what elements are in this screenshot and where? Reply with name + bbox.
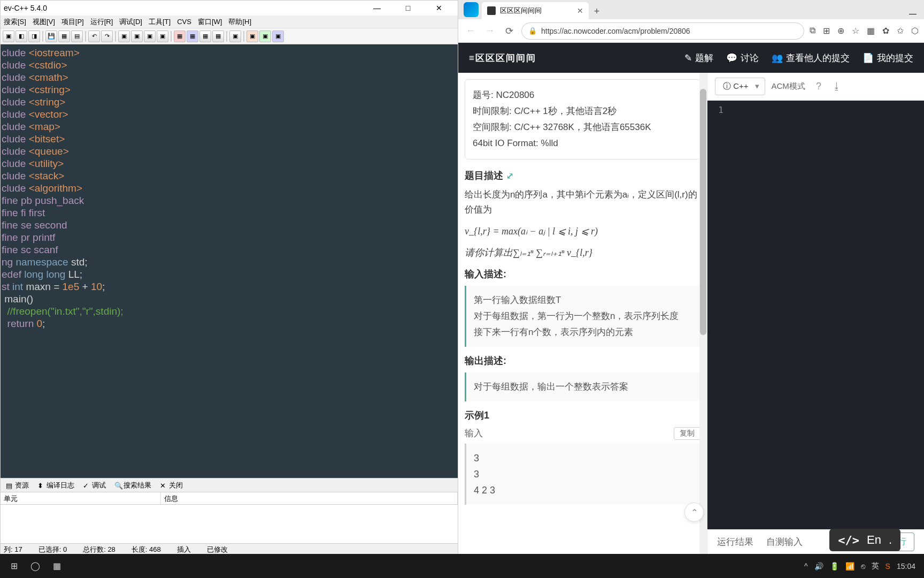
tool-icon[interactable]: ▣ bbox=[272, 31, 284, 42]
nav-mine[interactable]: 📄 我的提交 bbox=[863, 52, 913, 64]
grid-body[interactable] bbox=[1, 505, 458, 543]
browser-tab[interactable]: 区区区间间间 ✕ bbox=[482, 2, 589, 19]
menu-item[interactable]: 帮助[H] bbox=[228, 17, 251, 27]
forward-icon[interactable]: → bbox=[483, 24, 497, 38]
nav-solution[interactable]: ✎ 题解 bbox=[684, 52, 713, 64]
menu-item[interactable]: 调试[D] bbox=[119, 17, 142, 27]
tool-icon[interactable]: ▦ bbox=[199, 31, 211, 42]
back-icon[interactable]: ← bbox=[464, 24, 478, 38]
scrollbar[interactable] bbox=[699, 73, 707, 554]
tool-icon[interactable]: ▣ bbox=[229, 31, 241, 42]
close-button[interactable]: ✕ bbox=[428, 2, 450, 14]
tool-icon[interactable]: ▦ bbox=[212, 31, 224, 42]
expand-icon[interactable]: ⤢ bbox=[506, 171, 513, 181]
menu-item[interactable]: CVS bbox=[177, 18, 191, 26]
code-column: ⓘ C++ ACM模式 ? ⭳ 1 运行结果 自测输入 ▷ 自测运行 bbox=[707, 73, 924, 554]
titlebar[interactable]: ev-C++ 5.4.0 — □ ✕ bbox=[1, 1, 458, 16]
favorites-bar-icon[interactable]: ✩ bbox=[897, 26, 904, 36]
download-icon[interactable]: ⭳ bbox=[832, 81, 842, 92]
formula: v_{l,r} = max(aᵢ − aⱼ | l ⩽ i, j ⩽ r) bbox=[465, 224, 700, 239]
nav-brand[interactable]: ≡区区区间间间 bbox=[469, 52, 536, 64]
undo-icon[interactable]: ↶ bbox=[88, 31, 100, 42]
scrollbar-thumb[interactable] bbox=[700, 89, 706, 335]
tray-icon[interactable]: ^ bbox=[804, 562, 808, 571]
extension-icon[interactable]: ✿ bbox=[882, 26, 889, 36]
tray-icon[interactable]: ⎋ bbox=[861, 562, 865, 571]
online-editor[interactable]: 1 bbox=[707, 101, 924, 529]
url-input[interactable]: 🔒 https://ac.nowcoder.com/acm/problem/20… bbox=[521, 22, 804, 40]
tab-result[interactable]: 运行结果 bbox=[717, 536, 753, 548]
ime-lang: En bbox=[867, 533, 881, 547]
tool-icon[interactable]: ▦ bbox=[58, 31, 70, 42]
view-icon[interactable]: ⊞ bbox=[823, 26, 830, 36]
tool-icon[interactable]: ▤ bbox=[71, 31, 83, 42]
bottom-tab[interactable]: ⬍编译日志 bbox=[34, 480, 78, 491]
devcpp-window: ev-C++ 5.4.0 — □ ✕ 搜索[S]视图[V]项目[P]运行[R]调… bbox=[0, 0, 458, 554]
menu-item[interactable]: 窗口[W] bbox=[198, 17, 222, 27]
menu-item[interactable]: 搜索[S] bbox=[4, 17, 26, 27]
minimize-button[interactable]: — bbox=[366, 2, 388, 14]
collections-icon[interactable]: ▦ bbox=[867, 26, 875, 36]
section-output: 输出描述: bbox=[465, 354, 700, 367]
run-icon[interactable]: ▦ bbox=[187, 31, 198, 42]
col-info[interactable]: 信息 bbox=[161, 492, 458, 504]
menu-item[interactable]: 视图[V] bbox=[33, 17, 55, 27]
bottom-tab[interactable]: ▤资源 bbox=[3, 480, 32, 491]
grid-header: 单元 信息 bbox=[1, 492, 458, 505]
task-icon[interactable]: ◯ bbox=[25, 557, 46, 576]
tool-icon[interactable]: ▣ bbox=[3, 31, 14, 42]
menu-item[interactable]: 项目[P] bbox=[61, 17, 84, 27]
menu-item[interactable]: 工具[T] bbox=[149, 17, 171, 27]
section-input: 输入描述: bbox=[465, 268, 700, 280]
nav-others[interactable]: 👥 查看他人的提交 bbox=[772, 52, 850, 64]
col-unit[interactable]: 单元 bbox=[1, 492, 161, 504]
section-example: 示例1 bbox=[465, 409, 700, 422]
reader-icon[interactable]: ⧉ bbox=[810, 26, 815, 36]
start-icon[interactable]: ⊞ bbox=[3, 557, 25, 576]
new-tab-button[interactable]: + bbox=[589, 3, 605, 19]
compile-icon[interactable]: ▦ bbox=[174, 31, 186, 42]
bottom-tab[interactable]: ✓调试 bbox=[80, 480, 109, 491]
favorite-icon[interactable]: ☆ bbox=[852, 26, 859, 36]
task-icon[interactable]: ▦ bbox=[46, 557, 67, 576]
battery-icon[interactable]: 🔋 bbox=[830, 562, 839, 571]
app-icon[interactable]: ⬡ bbox=[911, 26, 919, 36]
refresh-icon[interactable]: ⟳ bbox=[502, 24, 516, 38]
tool-icon[interactable]: ◧ bbox=[16, 31, 27, 42]
bottom-tab[interactable]: 🔍搜索结果 bbox=[111, 480, 155, 491]
help-icon[interactable]: ? bbox=[816, 81, 821, 92]
wifi-icon[interactable]: 📶 bbox=[845, 562, 854, 571]
bottom-tab[interactable]: ✕关闭 bbox=[157, 480, 186, 491]
input-description: 第一行输入数据组数T对于每组数据，第一行为一个整数n，表示序列长度接下来一行有n… bbox=[465, 286, 700, 347]
ime-indicator[interactable]: </> En . bbox=[829, 529, 900, 551]
page-content: ≡区区区间间间 ✎ 题解 💬 讨论 👥 查看他人的提交 📄 我的提交 题号: N… bbox=[458, 43, 924, 554]
minimize-button[interactable]: — bbox=[902, 7, 924, 19]
tab-close-icon[interactable]: ✕ bbox=[577, 6, 583, 15]
nav-discuss[interactable]: 💬 讨论 bbox=[726, 52, 759, 64]
save-icon[interactable]: 💾 bbox=[45, 31, 57, 42]
tool-icon[interactable]: ▣ bbox=[157, 31, 168, 42]
menu-item[interactable]: 运行[R] bbox=[90, 17, 113, 27]
code-editor[interactable]: clude <iostream>clude <cstdio>clude <cma… bbox=[1, 44, 458, 478]
ime-lang-tray[interactable]: 英 bbox=[872, 561, 879, 571]
tool-icon[interactable]: ▣ bbox=[131, 31, 143, 42]
redo-icon[interactable]: ↷ bbox=[101, 31, 113, 42]
tool-icon[interactable]: ▣ bbox=[259, 31, 271, 42]
menubar: 搜索[S]视图[V]项目[P]运行[R]调试[D]工具[T]CVS窗口[W]帮助… bbox=[1, 16, 458, 28]
zoom-icon[interactable]: ⊕ bbox=[837, 26, 844, 36]
volume-icon[interactable]: 🔊 bbox=[814, 562, 823, 571]
maximize-button[interactable]: □ bbox=[397, 2, 419, 14]
tool-icon[interactable]: ◨ bbox=[28, 31, 40, 42]
sogou-icon[interactable]: S bbox=[886, 562, 890, 571]
scroll-top-button[interactable]: ⌃ bbox=[684, 503, 704, 522]
language-select[interactable]: ⓘ C++ bbox=[715, 78, 765, 95]
clock[interactable]: 15:04 bbox=[897, 562, 915, 571]
problem-column[interactable]: 题号: NC20806 时间限制: C/C++ 1秒，其他语言2秒 空间限制: … bbox=[458, 73, 707, 554]
tool-icon[interactable]: ▣ bbox=[118, 31, 130, 42]
copy-button[interactable]: 复制 bbox=[674, 427, 700, 440]
tab-selftest[interactable]: 自测输入 bbox=[766, 536, 803, 548]
tool-icon[interactable]: ▣ bbox=[144, 31, 156, 42]
meta-time: 时间限制: C/C++ 1秒，其他语言2秒 bbox=[473, 103, 692, 119]
edge-icon[interactable] bbox=[464, 2, 479, 17]
debug-icon[interactable]: ▣ bbox=[247, 31, 258, 42]
